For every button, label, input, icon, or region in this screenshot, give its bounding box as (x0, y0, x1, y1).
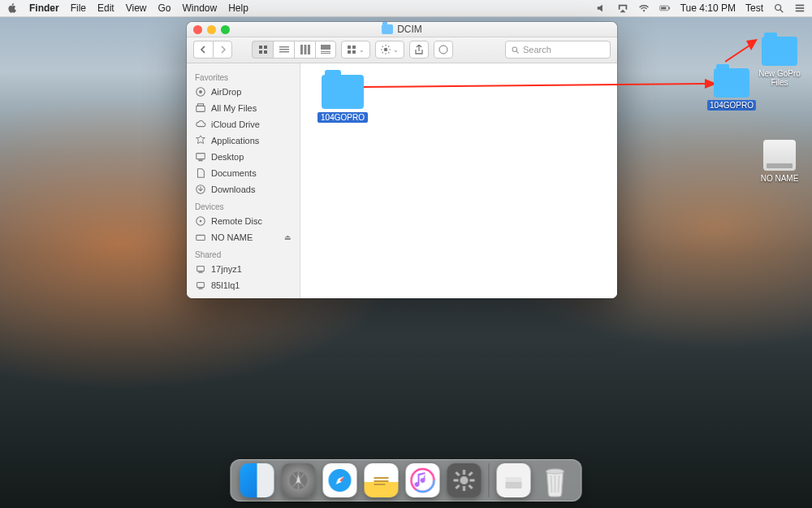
dock-system-preferences[interactable] (447, 463, 482, 497)
svg-rect-51 (374, 480, 389, 482)
action-button[interactable]: ⌄ (375, 41, 404, 59)
dock-notes[interactable] (365, 463, 399, 497)
folder-icon (322, 75, 364, 109)
svg-rect-65 (506, 477, 522, 482)
notification-center-icon[interactable] (794, 2, 806, 14)
sidebar-item-icloud[interactable]: iCloud Drive (187, 116, 300, 132)
app-name[interactable]: Finder (29, 2, 59, 14)
minimize-button[interactable] (207, 25, 216, 34)
svg-rect-31 (197, 106, 205, 111)
sidebar-item-documents[interactable]: Documents (187, 165, 300, 181)
icon-view-button[interactable] (252, 41, 273, 59)
folder-icon (714, 68, 749, 98)
forward-button[interactable] (213, 41, 232, 59)
dock-finder[interactable] (240, 463, 274, 497)
menu-help[interactable]: Help (228, 2, 248, 14)
svg-rect-9 (264, 46, 267, 49)
sidebar-item-shared-2[interactable]: 85l1lq1 (187, 277, 300, 293)
svg-rect-41 (197, 283, 205, 288)
sidebar-item-remote-disc[interactable]: Remote Disc (187, 213, 300, 229)
finder-content[interactable]: 104GOPRO (300, 63, 617, 298)
svg-line-61 (469, 485, 473, 488)
dock-safari[interactable] (323, 463, 357, 497)
svg-rect-66 (506, 473, 522, 477)
menu-file[interactable]: File (71, 2, 86, 14)
svg-point-26 (439, 46, 447, 54)
drive-icon (763, 140, 796, 171)
drive-icon (195, 232, 206, 243)
battery-icon[interactable] (659, 2, 671, 14)
airdrop-icon (195, 86, 206, 98)
icloud-icon (195, 119, 206, 130)
svg-line-28 (516, 51, 519, 54)
close-button[interactable] (193, 25, 202, 34)
window-title: DCIM (397, 24, 422, 35)
svg-rect-15 (300, 45, 303, 54)
menu-edit[interactable]: Edit (97, 2, 114, 14)
svg-line-62 (456, 485, 460, 488)
desktop[interactable]: Finder File Edit View Go Window Help Tue… (0, 0, 812, 508)
sidebar-item-airdrop[interactable]: AirDrop (187, 84, 300, 100)
back-button[interactable] (193, 41, 213, 59)
svg-point-37 (200, 220, 202, 223)
svg-rect-16 (304, 45, 306, 54)
finder-titlebar[interactable]: DCIM (187, 22, 617, 37)
menu-view[interactable]: View (126, 2, 147, 14)
menu-window[interactable]: Window (183, 2, 218, 14)
tags-button[interactable] (434, 41, 453, 59)
svg-rect-64 (506, 482, 522, 488)
menu-go[interactable]: Go (158, 2, 171, 14)
sidebar-item-applications[interactable]: Applications (187, 132, 300, 149)
share-button[interactable] (409, 41, 429, 59)
finder-window[interactable]: DCIM ⌄ ⌄ Search Fav (187, 22, 617, 298)
folder-icon (762, 37, 797, 66)
clock[interactable]: Tue 4:10 PM (680, 2, 736, 14)
wifi-icon[interactable] (638, 2, 650, 14)
dock-itunes[interactable] (406, 463, 440, 497)
dock (231, 459, 582, 501)
column-view-button[interactable] (294, 41, 315, 59)
downloads-icon (195, 184, 206, 195)
svg-rect-2 (661, 7, 666, 10)
sidebar-item-shared-1[interactable]: 17jnyz1 (187, 261, 300, 277)
desktop-folder-104gopro[interactable]: 104GOPRO (703, 68, 760, 110)
folder-104gopro[interactable]: 104GOPRO (312, 75, 374, 123)
svg-rect-6 (796, 7, 805, 9)
search-placeholder: Search (523, 45, 551, 54)
dock-trash[interactable] (538, 463, 572, 497)
sidebar-heading-devices: Devices (187, 198, 300, 213)
shared-icon (195, 263, 206, 275)
svg-rect-33 (197, 154, 205, 159)
sidebar-heading-shared: Shared (187, 245, 300, 261)
view-buttons (252, 41, 336, 59)
spotlight-icon[interactable] (773, 2, 784, 14)
list-view-button[interactable] (273, 41, 294, 59)
svg-rect-10 (259, 50, 262, 54)
svg-point-67 (546, 469, 564, 474)
arrange-button[interactable]: ⌄ (341, 41, 370, 59)
eject-icon[interactable]: ⏏ (284, 233, 292, 241)
svg-rect-18 (321, 45, 330, 50)
sidebar-item-desktop[interactable]: Desktop (187, 149, 300, 165)
search-field[interactable]: Search (505, 41, 611, 59)
zoom-button[interactable] (221, 25, 230, 34)
svg-rect-11 (264, 50, 267, 54)
coverflow-view-button[interactable] (315, 41, 336, 59)
svg-rect-32 (198, 104, 204, 106)
svg-point-30 (199, 90, 202, 93)
sidebar-item-all-my-files[interactable]: All My Files (187, 100, 300, 116)
svg-rect-20 (321, 53, 330, 54)
user-menu[interactable]: Test (745, 2, 763, 14)
svg-rect-13 (279, 49, 289, 50)
dock-launchpad[interactable] (282, 463, 316, 497)
apple-menu-icon[interactable] (6, 2, 18, 14)
desktop-drive-no-name[interactable]: NO NAME (755, 140, 804, 183)
sidebar-item-no-name[interactable]: NO NAME⏏ (187, 229, 300, 245)
desktop-icon (195, 151, 206, 163)
dock-downloads[interactable] (497, 463, 531, 497)
volume-icon[interactable] (596, 2, 607, 14)
icon-label: 104GOPRO (707, 100, 756, 111)
sidebar-item-downloads[interactable]: Downloads (187, 181, 300, 198)
svg-point-55 (460, 476, 469, 484)
airplay-icon[interactable] (617, 2, 628, 14)
